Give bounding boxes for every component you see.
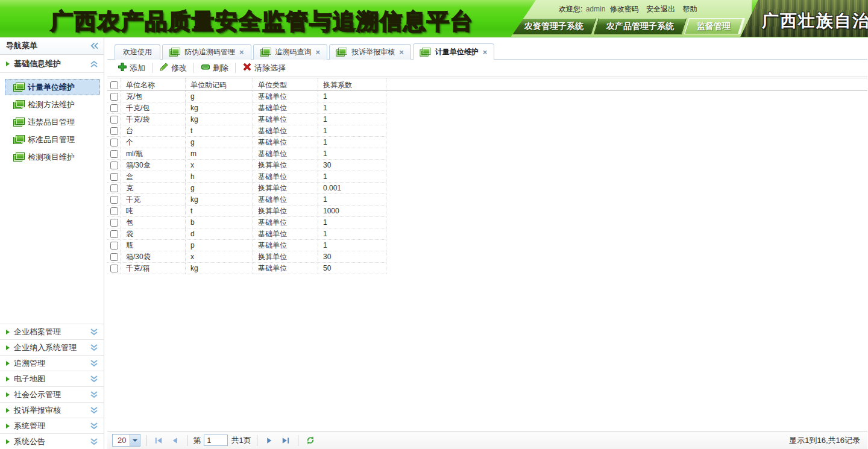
table-row[interactable]: ml/瓶m基础单位1: [107, 148, 386, 160]
cell-unit-name: 个: [121, 137, 186, 148]
sidebar-group-5[interactable]: 投诉举报审核: [0, 402, 104, 418]
chevron-down-icon[interactable]: [90, 359, 99, 368]
close-icon[interactable]: ×: [316, 48, 321, 57]
sidebar-group-2[interactable]: 追溯管理: [0, 355, 104, 371]
sidebar-group-0[interactable]: 企业档案管理: [0, 324, 104, 339]
folder-icon: [14, 83, 24, 91]
cell-unit-name: 袋: [121, 228, 186, 239]
last-page-button[interactable]: [279, 434, 292, 447]
region-title: 广西壮族自治区: [740, 0, 868, 33]
delete-button[interactable]: 删除: [195, 61, 234, 75]
page-size-select[interactable]: 20: [112, 434, 140, 447]
row-checkbox[interactable]: [110, 150, 118, 158]
supervision-subsystem-button[interactable]: 监督管理: [684, 18, 745, 34]
agri-product-subsystem-button[interactable]: 农产品管理子系统: [594, 18, 687, 34]
table-row[interactable]: 千克kg基础单位1: [107, 194, 386, 206]
close-icon[interactable]: ×: [399, 48, 404, 57]
table-row[interactable]: 箱/30袋x换算单位30: [107, 251, 386, 263]
row-checkbox[interactable]: [110, 196, 118, 204]
table-row[interactable]: 克/包g基础单位1: [107, 91, 386, 102]
cell-factor: 1: [318, 137, 386, 148]
prev-page-button[interactable]: [168, 434, 181, 447]
folder-icon: [14, 153, 24, 161]
sidebar-group-7[interactable]: 系统公告: [0, 433, 104, 449]
table-row[interactable]: 瓶p基础单位1: [107, 240, 386, 251]
tab-4[interactable]: 计量单位维护×: [413, 43, 495, 60]
table-row[interactable]: 包b基础单位1: [107, 217, 386, 228]
chevron-down-icon[interactable]: [90, 438, 99, 446]
table-row[interactable]: 袋d基础单位1: [107, 228, 386, 240]
chevron-down-icon[interactable]: [90, 344, 99, 352]
sidebar-item-2[interactable]: 违禁品目管理: [5, 114, 100, 130]
chevron-down-icon[interactable]: [90, 406, 99, 415]
refresh-button[interactable]: [304, 434, 317, 447]
row-checkbox[interactable]: [110, 253, 118, 261]
row-checkbox[interactable]: [110, 173, 118, 181]
edit-icon: [159, 62, 169, 74]
table-row[interactable]: 吨t换算单位1000: [107, 206, 386, 217]
next-page-button[interactable]: [263, 434, 276, 447]
cell-unit-code: t: [186, 206, 253, 216]
clear-selection-button[interactable]: 清除选择: [237, 61, 291, 75]
delete-icon: [201, 62, 210, 74]
collapse-sidebar-icon[interactable]: [90, 42, 99, 50]
col-unit-name[interactable]: 单位名称: [121, 78, 186, 92]
sidebar-group-3[interactable]: 电子地图: [0, 371, 104, 386]
row-checkbox[interactable]: [110, 162, 118, 169]
agri-input-subsystem-button[interactable]: 农资管理子系统: [512, 18, 596, 34]
row-checkbox[interactable]: [110, 104, 118, 112]
close-icon[interactable]: ×: [239, 48, 244, 57]
sidebar-item-1[interactable]: 检测方法维护: [5, 96, 100, 113]
row-checkbox[interactable]: [110, 230, 118, 238]
col-unit-type[interactable]: 单位类型: [253, 78, 318, 92]
logout-link[interactable]: 安全退出: [646, 5, 675, 13]
chevron-down-icon[interactable]: [90, 391, 99, 399]
table-row[interactable]: 盒h基础单位1: [107, 171, 386, 183]
chevron-down-icon[interactable]: [90, 328, 99, 336]
sidebar-group-1[interactable]: 企业纳入系统管理: [0, 339, 104, 355]
cell-unit-type: 基础单位: [253, 194, 318, 205]
table-row[interactable]: 千克/包kg基础单位1: [107, 102, 386, 114]
tab-0[interactable]: 欢迎使用: [115, 44, 160, 60]
sidebar-item-4[interactable]: 检测项目维护: [5, 149, 100, 165]
row-checkbox[interactable]: [110, 127, 118, 135]
table-row[interactable]: 个g基础单位1: [107, 137, 386, 148]
page-number-input[interactable]: [204, 435, 228, 446]
row-checkbox[interactable]: [110, 265, 118, 272]
row-checkbox[interactable]: [110, 184, 118, 192]
col-factor[interactable]: 换算系数: [318, 78, 386, 92]
table-row[interactable]: 千克/袋kg基础单位1: [107, 114, 386, 125]
chevron-up-icon[interactable]: [90, 60, 99, 68]
first-page-button[interactable]: [152, 434, 165, 447]
edit-button[interactable]: 修改: [154, 61, 192, 75]
row-checkbox[interactable]: [110, 207, 118, 215]
tab-2[interactable]: 追溯码查询×: [253, 44, 328, 60]
table-row[interactable]: 千克/箱kg基础单位50: [107, 263, 386, 274]
help-link[interactable]: 帮助: [682, 5, 697, 13]
row-checkbox[interactable]: [110, 93, 118, 101]
row-checkbox-cell: [107, 160, 121, 171]
tab-3[interactable]: 投诉举报审核×: [329, 44, 411, 60]
sidebar-group-4[interactable]: 社会公示管理: [0, 386, 104, 402]
row-checkbox[interactable]: [110, 116, 118, 124]
add-button[interactable]: 添加: [112, 61, 151, 75]
row-checkbox[interactable]: [110, 219, 118, 227]
sidebar-item-3[interactable]: 标准品目管理: [5, 131, 100, 148]
col-unit-code[interactable]: 单位助记码: [186, 78, 253, 92]
sidebar-group-base-info[interactable]: 基础信息维护: [0, 55, 104, 73]
table-row[interactable]: 箱/30盒x换算单位30: [107, 160, 386, 171]
chevron-down-icon[interactable]: [90, 375, 99, 383]
select-all-checkbox[interactable]: [110, 81, 118, 89]
row-checkbox[interactable]: [110, 242, 118, 250]
row-checkbox[interactable]: [110, 139, 118, 146]
table-row[interactable]: 台t基础单位1: [107, 125, 386, 137]
sidebar-group-6[interactable]: 系统管理: [0, 418, 104, 433]
tab-1[interactable]: 防伪追溯码管理×: [162, 44, 251, 60]
table-row[interactable]: 克g换算单位0.001: [107, 183, 386, 194]
cell-unit-code: p: [186, 240, 253, 251]
close-icon[interactable]: ×: [483, 48, 488, 57]
sidebar-item-0[interactable]: 计量单位维护: [5, 79, 100, 95]
sidebar-item-label: 计量单位维护: [28, 82, 75, 93]
chevron-down-icon[interactable]: [90, 422, 99, 430]
change-password-link[interactable]: 修改密码: [610, 5, 639, 13]
